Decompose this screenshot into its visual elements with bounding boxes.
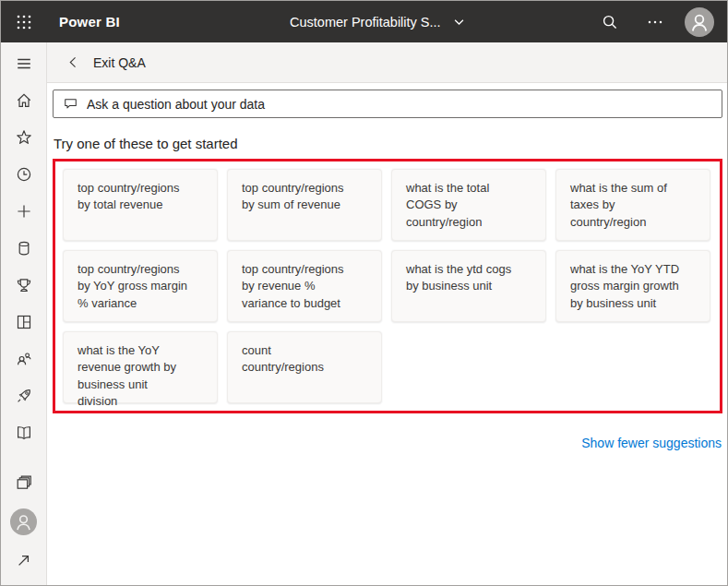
- suggestion-tile[interactable]: top country/regions by YoY gross margin …: [63, 250, 218, 322]
- account-avatar[interactable]: [685, 7, 714, 37]
- exit-qa-button[interactable]: Exit Q&A: [66, 54, 146, 70]
- sidebar-item-recent[interactable]: [1, 156, 47, 193]
- sidebar-item-learn[interactable]: [1, 414, 47, 451]
- star-icon: [15, 128, 33, 147]
- sidebar-item-data-hub[interactable]: [1, 230, 47, 267]
- qa-header-bar: Exit Q&A: [47, 42, 727, 83]
- sidebar-item-workspaces[interactable]: [1, 464, 47, 501]
- sidebar-item-favorites[interactable]: [1, 119, 47, 156]
- search-icon: [601, 13, 619, 31]
- person-icon: [685, 7, 714, 37]
- search-button[interactable]: [594, 6, 626, 38]
- sidebar-item-my-workspace[interactable]: [1, 501, 47, 542]
- sidebar-item-collapse-navigation[interactable]: [1, 45, 47, 82]
- apps-grid-icon: [15, 313, 33, 331]
- rocket-icon: [15, 387, 33, 405]
- back-chevron-icon: [66, 54, 81, 70]
- chat-bubble-icon: [63, 96, 78, 112]
- sidebar-item-apps[interactable]: [1, 304, 47, 341]
- main-area: Exit Q&A Try one of these to get started…: [47, 42, 727, 585]
- app-window: Power BI Customer Profitability S...: [0, 0, 728, 586]
- stacked-workspaces-icon: [15, 473, 33, 492]
- open-book-icon: [15, 424, 33, 442]
- suggestion-tile[interactable]: what is the sum of taxes by country/regi…: [555, 169, 710, 241]
- clock-icon: [15, 165, 33, 184]
- waffle-menu-button[interactable]: [14, 12, 34, 32]
- report-title-dropdown[interactable]: Customer Profitability S...: [290, 1, 467, 42]
- sidebar-item-create[interactable]: [1, 193, 47, 230]
- chevron-down-icon: [452, 15, 467, 30]
- suggestion-tile[interactable]: top country/regions by revenue % varianc…: [227, 250, 382, 322]
- sidebar-item-deployment-pipelines[interactable]: [1, 377, 47, 414]
- sidebar-item-shared-with-me[interactable]: [1, 341, 47, 377]
- question-input-container[interactable]: [53, 90, 722, 118]
- suggestion-tile[interactable]: count country/regions: [227, 331, 382, 403]
- trophy-icon: [15, 276, 33, 294]
- suggestions-highlight-box: top country/regions by total revenue top…: [53, 159, 722, 413]
- suggestions-heading: Try one of these to get started: [54, 136, 722, 151]
- more-options-button[interactable]: [639, 6, 671, 38]
- hamburger-icon: [15, 54, 33, 73]
- body: Exit Q&A Try one of these to get started…: [1, 42, 727, 585]
- suggestion-tile[interactable]: top country/regions by sum of revenue: [227, 169, 382, 241]
- people-icon: [15, 350, 33, 368]
- suggestion-tile[interactable]: what is the total COGS by country/region: [391, 169, 546, 241]
- suggestion-tile[interactable]: top country/regions by total revenue: [63, 169, 218, 241]
- show-fewer-row: Show fewer suggestions: [53, 435, 722, 451]
- my-workspace-avatar: [10, 508, 37, 535]
- exit-qa-label: Exit Q&A: [93, 55, 146, 70]
- sidebar-item-goals[interactable]: [1, 267, 47, 304]
- sidebar-item-navigate[interactable]: [1, 542, 47, 579]
- qa-content: Try one of these to get started top coun…: [47, 83, 727, 585]
- home-icon: [15, 91, 33, 110]
- question-input[interactable]: [87, 97, 712, 112]
- arrow-up-right-icon: [15, 551, 33, 569]
- plus-icon: [15, 202, 33, 221]
- left-navigation: [1, 42, 47, 585]
- more-options-icon: [646, 13, 664, 31]
- top-bar: Power BI Customer Profitability S...: [1, 1, 727, 42]
- person-icon: [10, 508, 37, 535]
- database-cylinder-icon: [15, 239, 33, 257]
- app-logo-text[interactable]: Power BI: [59, 14, 120, 30]
- topbar-actions: [594, 6, 714, 38]
- suggestion-tile[interactable]: what is the ytd cogs by business unit: [391, 250, 546, 322]
- report-title: Customer Profitability S...: [290, 15, 441, 30]
- suggestion-tile[interactable]: what is the YoY YTD gross margin growth …: [555, 250, 710, 322]
- suggestion-tile[interactable]: what is the YoY revenue growth by busine…: [63, 331, 218, 403]
- waffle-menu-icon: [15, 13, 33, 31]
- sidebar-item-home[interactable]: [1, 82, 47, 119]
- show-fewer-suggestions-link[interactable]: Show fewer suggestions: [581, 436, 722, 450]
